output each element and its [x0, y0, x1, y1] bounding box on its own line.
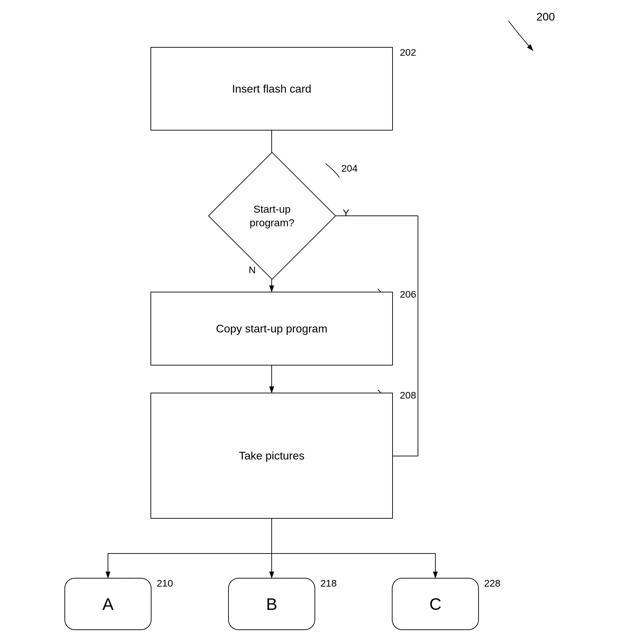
label-202: 202	[400, 47, 416, 58]
label-204: 204	[341, 163, 358, 174]
label-210: 210	[157, 578, 173, 589]
node-218-label: B	[266, 595, 277, 614]
node-228-label: C	[429, 595, 442, 614]
node-228: C	[392, 578, 479, 630]
node-202-label: Insert flash card	[232, 83, 311, 95]
node-206-label: Copy start-up program	[216, 322, 327, 335]
label-218: 218	[320, 578, 337, 589]
node-202: Insert flash card	[150, 47, 393, 131]
node-218: B	[228, 578, 315, 630]
label-n: N	[249, 265, 256, 276]
node-204-diamond: Start-up program?	[208, 152, 336, 280]
node-206: Copy start-up program	[150, 292, 393, 366]
node-204-wrapper: Start-up program?	[208, 171, 336, 261]
node-210-label: A	[102, 595, 114, 614]
label-206: 206	[400, 289, 416, 300]
node-208-label: Take pictures	[239, 449, 305, 462]
label-228: 228	[484, 578, 501, 589]
node-208: Take pictures	[150, 393, 393, 519]
label-208: 208	[400, 390, 416, 401]
label-200: 200	[536, 10, 555, 23]
node-204-label: Start-up program?	[227, 171, 317, 260]
flowchart-diagram: Insert flash card 202 Start-up program? …	[0, 0, 644, 644]
label-y: Y	[343, 207, 349, 219]
node-210: A	[64, 578, 152, 630]
